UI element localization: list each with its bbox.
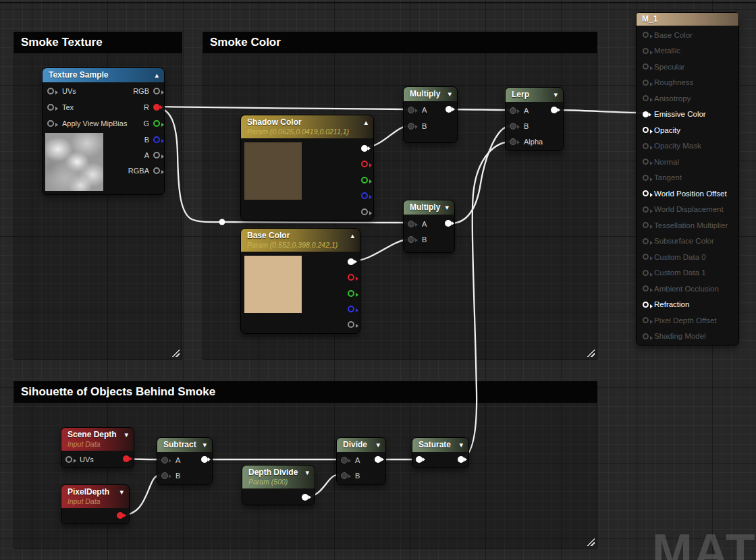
node-scene-depth[interactable]: Scene DepthInput Data ▾ UVs <box>61 427 134 468</box>
chevron-up-icon[interactable]: ▴ <box>155 70 159 80</box>
material-pin-row[interactable]: Ambient Occlusion <box>637 281 738 297</box>
input-pin-a[interactable] <box>510 107 516 114</box>
material-pin-row[interactable]: Custom Data 0 <box>637 249 738 265</box>
output-pin[interactable] <box>458 456 464 463</box>
input-pin-b[interactable] <box>161 472 168 479</box>
chevron-down-icon[interactable]: ▾ <box>445 202 449 212</box>
output-pin-g[interactable] <box>361 177 368 184</box>
pin-custom-data-1[interactable] <box>643 270 649 276</box>
input-pin-a[interactable] <box>341 457 348 464</box>
node-header[interactable]: PixelDepthInput Data ▾ <box>61 485 129 508</box>
material-pin-row[interactable]: Base Color <box>637 27 738 43</box>
comment-resize-handle[interactable] <box>171 348 180 357</box>
pin-opacity[interactable] <box>643 127 649 133</box>
material-pin-row[interactable]: World Displacement <box>637 202 738 218</box>
chevron-up-icon[interactable]: ▴ <box>350 231 354 240</box>
node-multiply-2[interactable]: Multiply ▾ A B <box>403 200 455 253</box>
output-pin[interactable] <box>117 512 124 519</box>
comment-title-bar[interactable]: Smoke Color <box>202 32 597 53</box>
output-pin-rgb[interactable] <box>153 88 160 94</box>
input-pin-alpha[interactable] <box>510 138 516 145</box>
output-pin-b[interactable] <box>153 136 160 143</box>
pin-anisotropy[interactable] <box>643 95 649 101</box>
input-pin-a[interactable] <box>408 107 414 113</box>
node-depth-divide[interactable]: Depth DivideParam (500) ▾ <box>242 465 315 505</box>
pin-base-color[interactable] <box>643 32 649 38</box>
chevron-down-icon[interactable]: ▾ <box>459 440 463 449</box>
comment-title-bar[interactable]: Sihouette of Objects Behind Smoke <box>14 381 597 403</box>
node-header[interactable]: Multiply ▾ <box>404 87 457 101</box>
output-pin-b[interactable] <box>361 192 368 199</box>
material-pin-row[interactable]: Subsurface Color <box>637 233 738 250</box>
material-pin-row[interactable]: Anisotropy <box>637 90 738 107</box>
node-header[interactable]: Base ColorParam (0.552,0.398,0.242,1) ▴ <box>241 229 360 252</box>
chevron-down-icon[interactable]: ▾ <box>448 89 452 99</box>
pin-custom-data-0[interactable] <box>643 254 649 260</box>
node-multiply-1[interactable]: Multiply ▾ A B <box>403 86 458 143</box>
node-header[interactable]: Saturate ▾ <box>412 438 468 452</box>
node-header[interactable]: Divide ▾ <box>337 438 385 452</box>
node-subtract[interactable]: Subtract ▾ A B <box>157 437 213 485</box>
pin-ambient-occlusion[interactable] <box>643 285 649 291</box>
color-swatch[interactable] <box>244 142 302 200</box>
pin-world-position-offset[interactable] <box>643 190 649 196</box>
pin-tessellation-multiplier[interactable] <box>643 222 649 228</box>
input-pin-uvs[interactable] <box>65 456 72 463</box>
input-pin-b[interactable] <box>341 472 348 479</box>
input-pin-b[interactable] <box>510 123 516 130</box>
output-pin-rgb[interactable] <box>348 258 354 265</box>
input-pin-a[interactable] <box>161 457 168 464</box>
material-pin-row[interactable]: Opacity <box>637 122 738 138</box>
material-pin-row[interactable]: Normal <box>637 154 738 170</box>
chevron-down-icon[interactable]: ▾ <box>202 440 207 449</box>
material-pin-row[interactable]: Specular <box>637 59 738 75</box>
output-pin-a[interactable] <box>153 152 160 159</box>
output-pin-g[interactable] <box>348 290 354 297</box>
node-header[interactable]: Texture Sample ▴ <box>43 68 164 82</box>
node-header[interactable]: Lerp ▾ <box>506 88 563 102</box>
input-pin-a[interactable] <box>408 221 414 227</box>
chevron-up-icon[interactable]: ▴ <box>364 117 368 127</box>
output-pin-rgba[interactable] <box>153 167 160 174</box>
output-pin[interactable] <box>446 106 452 113</box>
pin-world-displacement[interactable] <box>643 206 649 213</box>
output-pin-rgb[interactable] <box>361 145 368 152</box>
node-header[interactable]: Shadow ColorParam (0.0625,0.0419,0.0211,… <box>241 115 373 138</box>
pin-refraction[interactable] <box>643 302 649 308</box>
output-pin-a[interactable] <box>361 208 368 215</box>
node-header[interactable]: Scene DepthInput Data ▾ <box>61 428 134 451</box>
node-shadow-color[interactable]: Shadow ColorParam (0.0625,0.0419,0.0211,… <box>240 115 374 221</box>
node-texture-sample[interactable]: Texture Sample ▴ UVs Tex Apply View MipB… <box>42 67 165 195</box>
input-pin-uvs[interactable] <box>47 88 54 94</box>
pin-normal[interactable] <box>643 159 649 165</box>
node-material-result[interactable]: M_1 Base Color Metallic Specular Roughne… <box>636 12 739 345</box>
output-pin-r[interactable] <box>153 104 160 111</box>
node-header[interactable]: Depth DivideParam (500) ▾ <box>242 466 315 488</box>
material-pin-row[interactable]: Opacity Mask <box>637 138 738 155</box>
output-pin[interactable] <box>551 107 558 113</box>
output-pin[interactable] <box>123 455 130 462</box>
pin-metallic[interactable] <box>643 48 649 54</box>
pin-shading-model[interactable] <box>643 333 649 339</box>
node-pixel-depth[interactable]: PixelDepthInput Data ▾ <box>61 484 130 524</box>
node-base-color[interactable]: Base ColorParam (0.552,0.398,0.242,1) ▴ <box>240 228 360 334</box>
input-pin-b[interactable] <box>408 123 414 130</box>
comment-resize-handle[interactable] <box>586 537 595 546</box>
color-swatch[interactable] <box>244 256 302 313</box>
pin-specular[interactable] <box>643 63 649 69</box>
pin-tangent[interactable] <box>643 175 649 181</box>
pin-opacity-mask[interactable] <box>643 143 649 149</box>
output-pin[interactable] <box>201 456 208 463</box>
input-pin[interactable] <box>416 456 423 463</box>
output-pin-r[interactable] <box>348 274 354 281</box>
material-pin-row[interactable]: Custom Data 1 <box>637 265 738 281</box>
input-pin-tex[interactable] <box>47 104 54 111</box>
output-pin[interactable] <box>302 494 308 501</box>
material-pin-row[interactable]: Tangent <box>637 170 738 186</box>
material-pin-row[interactable]: Emissive Color <box>637 107 738 123</box>
material-graph-canvas[interactable]: { "canvas": { "watermark": "MATERIAL", "… <box>0 0 756 560</box>
chevron-down-icon[interactable]: ▾ <box>376 440 380 449</box>
node-header[interactable]: Multiply ▾ <box>404 200 454 215</box>
node-lerp[interactable]: Lerp ▾ A B Alpha <box>505 87 564 151</box>
pin-emissive-color[interactable] <box>643 111 649 117</box>
